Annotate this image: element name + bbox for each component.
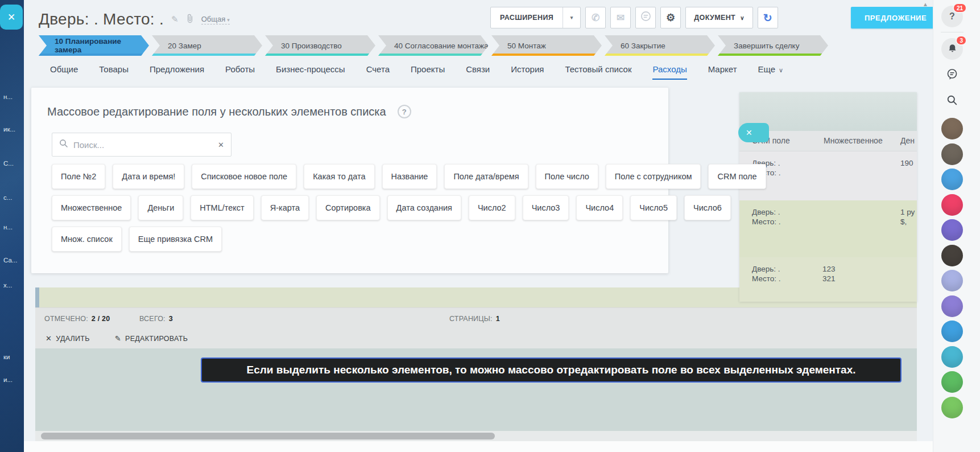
pipeline-stage[interactable]: 40 Согласование монтажа (378, 35, 489, 56)
pipeline-stage[interactable]: Завершить сделку (718, 35, 828, 56)
sidebar-item[interactable]: С... (3, 159, 23, 167)
field-chip[interactable]: HTML/текст (191, 195, 253, 220)
table-row[interactable]: Дверь: . Место: . 190 (739, 151, 917, 200)
table-row[interactable]: Дверь: . Место: . 1 ру $, (739, 200, 917, 257)
category-selector[interactable]: Общая▾ (201, 15, 230, 24)
notifications-button[interactable]: 3 (941, 38, 963, 60)
settings-button[interactable]: ⚙ (660, 7, 681, 28)
field-chip[interactable]: Сортировка (316, 195, 380, 220)
sidebar-item[interactable]: н... (3, 223, 23, 231)
column-header-money[interactable]: Ден (900, 136, 915, 145)
search-rail-button[interactable] (941, 91, 963, 112)
field-chip[interactable]: Число6 (684, 195, 731, 220)
paperclip-icon[interactable] (186, 14, 194, 26)
call-button[interactable]: ✆ (585, 7, 606, 28)
avatar[interactable] (941, 295, 963, 317)
sidebar-item[interactable]: н... (3, 93, 23, 101)
field-chip[interactable]: Число5 (630, 195, 677, 220)
horizontal-scrollbar[interactable] (35, 431, 917, 441)
edit-title-icon[interactable]: ✎ (171, 14, 179, 24)
helpdesk-button[interactable]: ? 21 (941, 6, 963, 27)
left-sidebar: н...ик...С...с...н...Са...х...кии... (0, 0, 24, 452)
stage-color-bar (378, 54, 489, 56)
pipeline-stage[interactable]: 20 Замер (152, 35, 262, 56)
avatar[interactable] (941, 397, 963, 418)
email-button[interactable]: ✉ (610, 7, 631, 28)
field-chip[interactable]: CRM поле (708, 164, 766, 189)
total-value: 3 (169, 315, 173, 323)
records-panel-close-button[interactable]: ✕ (738, 123, 769, 142)
bell-icon (947, 43, 958, 56)
document-button[interactable]: ДОКУМЕНТ ∨ (685, 7, 753, 28)
edit-button[interactable]: ✎ РЕДАКТИРОВАТЬ (115, 334, 188, 343)
field-chip[interactable]: Поле число (536, 164, 598, 189)
tab[interactable]: Роботы∨ (225, 64, 255, 80)
field-chip[interactable]: Множественное (52, 195, 131, 220)
pipeline-stage[interactable]: 60 Закрытие (605, 35, 715, 56)
help-button[interactable]: ? (398, 105, 411, 118)
tab[interactable]: Тестовый список∨ (565, 64, 631, 80)
avatar[interactable] (941, 270, 963, 291)
field-chip[interactable]: Название (382, 164, 437, 189)
sidebar-item[interactable]: с... (3, 194, 23, 202)
field-chip[interactable]: Дата создания (387, 195, 461, 220)
pages-value[interactable]: 1 (496, 315, 500, 323)
avatar[interactable] (941, 346, 963, 368)
field-chip[interactable]: Дата и время! (113, 164, 184, 189)
field-chip[interactable]: Число2 (469, 195, 515, 220)
avatar[interactable] (941, 320, 963, 342)
avatar[interactable] (941, 118, 963, 139)
pipeline-stage[interactable]: 30 Производство (265, 35, 375, 56)
sidebar-item[interactable]: х... (3, 281, 23, 289)
tab[interactable]: Связи∨ (466, 64, 490, 80)
scrollbar-thumb[interactable] (41, 433, 495, 439)
field-chip[interactable]: Деньги (138, 195, 183, 220)
avatar[interactable] (941, 169, 963, 190)
field-chip[interactable]: Я-карта (261, 195, 309, 220)
tab[interactable]: Маркет∨ (708, 64, 737, 80)
sidebar-item[interactable]: ик... (3, 125, 23, 133)
sidebar-item[interactable]: и... (3, 376, 23, 384)
chat-button[interactable] (635, 7, 656, 28)
tab[interactable]: Еще∨ (758, 64, 784, 80)
slider-close-button[interactable]: ✕ (0, 5, 23, 30)
messenger-rail-button[interactable] (941, 64, 963, 86)
pipeline-stage[interactable]: 50 Монтаж (491, 35, 602, 56)
sidebar-item[interactable]: ки (3, 353, 23, 361)
field-chip[interactable]: Число4 (576, 195, 623, 220)
search-input[interactable] (73, 140, 213, 150)
avatar[interactable] (941, 219, 963, 241)
field-chip[interactable]: Поле №2 (52, 164, 105, 189)
tab[interactable]: Общие∨ (50, 64, 78, 80)
avatar[interactable] (941, 143, 963, 165)
pipeline-stage[interactable]: 10 Планирование замера (39, 35, 149, 56)
list-footer: ОТМЕЧЕНО: 2 / 20 ВСЕГО: 3 СТРАНИЦЫ: 1 (35, 307, 917, 328)
table-row[interactable]: Дверь: . Место: . 123 321 (739, 257, 917, 302)
stage-label: 60 Закрытие (621, 42, 665, 50)
tab[interactable]: Проекты∨ (411, 64, 445, 80)
tab[interactable]: Счета∨ (366, 64, 390, 80)
tab[interactable]: Предложения∨ (150, 64, 204, 80)
tab[interactable]: Товары∨ (99, 64, 129, 80)
field-chip[interactable]: Поле с сотрудником (606, 164, 701, 189)
delete-button[interactable]: ✕ УДАЛИТЬ (46, 334, 90, 343)
sync-button[interactable]: ↻ (758, 7, 778, 28)
field-chip[interactable]: Число3 (523, 195, 569, 220)
scroll-up-icon[interactable]: ▲ (923, 1, 928, 7)
tab[interactable]: История∨ (511, 64, 544, 80)
field-chip[interactable]: Поле дата/время (444, 164, 528, 189)
field-chip[interactable]: Множ. список (52, 227, 122, 252)
extensions-button[interactable]: РАСШИРЕНИЯ ▾ (490, 7, 581, 28)
tab[interactable]: Бизнес-процессы∨ (276, 64, 345, 80)
column-header-multiple[interactable]: Множественное (824, 136, 883, 145)
tab[interactable]: Расходы∨ (652, 64, 687, 80)
field-chip[interactable]: Еще привязка CRM (129, 227, 222, 252)
chat-bubble-icon (946, 68, 958, 83)
sidebar-item[interactable]: Са... (3, 256, 23, 264)
avatar[interactable] (941, 245, 963, 266)
field-chip[interactable]: Списковое новое поле (192, 164, 296, 189)
clear-search-icon[interactable]: ✕ (218, 141, 224, 149)
avatar[interactable] (941, 194, 963, 216)
avatar[interactable] (941, 371, 963, 393)
field-chip[interactable]: Какая то дата (304, 164, 374, 189)
